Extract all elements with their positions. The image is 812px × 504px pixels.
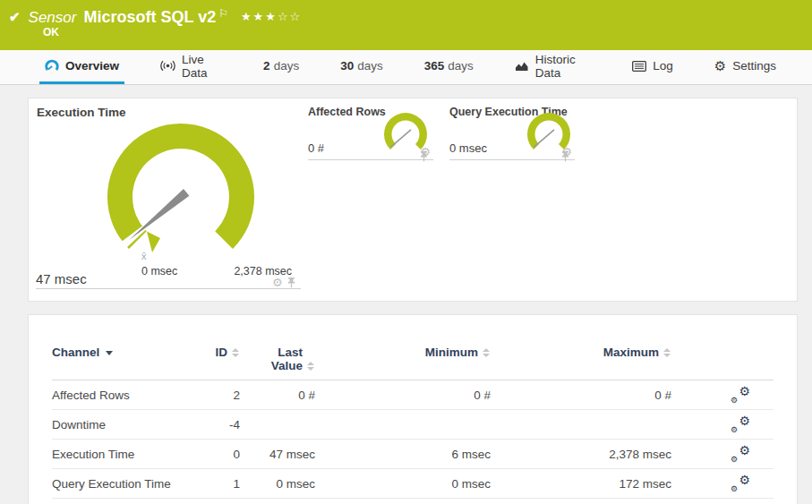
execution-time-gauge: x̄ xyxy=(47,118,315,272)
channels-table: Channel ID Last Value Minimum Maximum xyxy=(52,346,774,499)
pin-icon[interactable] xyxy=(287,278,295,288)
log-icon xyxy=(632,61,646,72)
column-header-last-value[interactable]: Last Value xyxy=(240,346,315,372)
column-header-channel[interactable]: Channel xyxy=(52,346,204,359)
pin-icon[interactable] xyxy=(420,151,428,162)
tab-365-days[interactable]: 365 days xyxy=(419,50,479,84)
column-header-minimum[interactable]: Minimum xyxy=(315,346,491,359)
affected-rows-current-value: 0 # xyxy=(308,141,324,155)
table-header-row: Channel ID Last Value Minimum Maximum xyxy=(52,346,774,380)
sort-both-icon xyxy=(483,348,491,357)
channel-minimum: 0 # xyxy=(315,389,491,402)
gauge-min-label: 0 msec xyxy=(141,265,177,278)
live-data-icon xyxy=(160,60,175,72)
sort-both-icon xyxy=(663,348,671,357)
channel-settings-gears-icon[interactable]: ⚙⚙ xyxy=(731,387,750,403)
gauge-settings-gear-icon[interactable]: ⚙ xyxy=(272,277,283,288)
channels-panel: Channel ID Last Value Minimum Maximum xyxy=(28,314,798,504)
channel-id: 2 xyxy=(204,389,240,402)
table-row: Downtime -4 ⚙⚙ xyxy=(52,410,774,440)
channel-settings-gears-icon[interactable]: ⚙⚙ xyxy=(731,416,750,432)
table-row: Query Execution Time 1 0 msec 0 msec 172… xyxy=(52,469,774,499)
query-execution-time-gauge-block: Query Execution Time 0 msec ⚙ xyxy=(449,106,575,160)
tab-bar: Overview Live Data 2 days 30 days 365 da… xyxy=(0,50,812,85)
tab-historic-data[interactable]: Historic Data xyxy=(509,50,596,84)
channel-name[interactable]: Execution Time xyxy=(52,448,204,461)
table-row: Affected Rows 2 0 # 0 # 0 # ⚙⚙ xyxy=(52,380,774,410)
gauge-icon xyxy=(45,59,59,73)
channel-settings-gears-icon[interactable]: ⚙⚙ xyxy=(731,475,750,491)
channel-name[interactable]: Query Execution Time xyxy=(52,477,204,491)
tab-settings[interactable]: ⚙ Settings xyxy=(709,50,782,84)
channel-id: -4 xyxy=(204,418,240,431)
channel-name[interactable]: Affected Rows xyxy=(52,389,204,402)
execution-time-current-value: 47 msec xyxy=(36,271,87,286)
channel-last-value: 47 msec xyxy=(240,448,315,461)
content-area: Execution Time x̄ 0 msec 2,378 msec 47 m… xyxy=(0,85,812,504)
channel-maximum: 172 msec xyxy=(491,477,671,491)
channel-name[interactable]: Downtime xyxy=(52,418,204,431)
affected-rows-gauge-block: Affected Rows 0 # ⚙ xyxy=(308,106,433,160)
channel-settings-gears-icon[interactable]: ⚙⚙ xyxy=(731,446,750,462)
channel-minimum: 6 msec xyxy=(315,448,491,461)
channel-maximum: 2,378 msec xyxy=(491,448,671,461)
sort-descending-icon xyxy=(106,351,113,355)
column-header-maximum[interactable]: Maximum xyxy=(491,346,671,359)
tab-30-days[interactable]: 30 days xyxy=(335,50,389,84)
channel-minimum: 0 msec xyxy=(315,477,491,491)
gauge-title-execution-time: Execution Time xyxy=(37,106,126,119)
query-execution-time-current-value: 0 msec xyxy=(449,141,487,155)
historic-data-icon xyxy=(515,60,529,72)
channel-last-value: 0 msec xyxy=(240,477,315,491)
object-kind-label: Sensor xyxy=(29,9,77,27)
channel-last-value: 0 # xyxy=(240,389,315,402)
tab-log[interactable]: Log xyxy=(627,50,679,84)
pin-icon[interactable] xyxy=(561,151,569,162)
channel-maximum: 0 # xyxy=(491,389,671,402)
sort-both-icon xyxy=(232,348,240,357)
tab-live-data[interactable]: Live Data xyxy=(155,50,227,84)
gear-icon: ⚙ xyxy=(714,58,726,74)
channel-id: 1 xyxy=(204,477,240,491)
sensor-title: Microsoft SQL v2 xyxy=(83,8,216,27)
status-ok-check-icon: ✔ xyxy=(9,9,21,25)
column-header-id[interactable]: ID xyxy=(204,346,240,359)
tab-overview[interactable]: Overview xyxy=(39,50,124,84)
average-marker: x̄ xyxy=(141,251,147,261)
flag-icon[interactable]: ⚐ xyxy=(218,7,228,20)
sensor-header: ✔ Sensor Microsoft SQL v2 ⚐ ★★★☆☆ OK xyxy=(0,0,812,50)
table-row: Execution Time 0 47 msec 6 msec 2,378 ms… xyxy=(52,440,774,469)
channel-id: 0 xyxy=(204,448,240,461)
status-badge: OK xyxy=(43,26,59,38)
gauges-panel: Execution Time x̄ 0 msec 2,378 msec 47 m… xyxy=(28,98,798,302)
priority-stars[interactable]: ★★★☆☆ xyxy=(241,10,302,23)
tab-2-days[interactable]: 2 days xyxy=(258,50,304,84)
sort-both-icon xyxy=(307,362,315,371)
